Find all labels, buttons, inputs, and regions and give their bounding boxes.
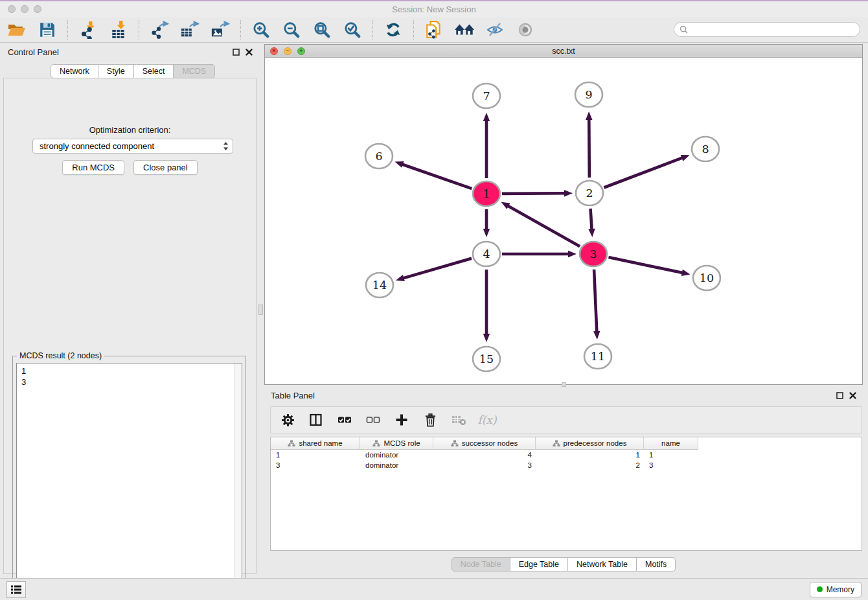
zoom-in-button[interactable] (251, 19, 271, 40)
cell-shared-name[interactable]: 1 (271, 451, 360, 459)
tab-style[interactable]: Style (98, 64, 134, 78)
table-tab-edge-table[interactable]: Edge Table (510, 557, 568, 571)
toolbar-separator (139, 20, 139, 40)
search-icon (680, 25, 688, 34)
deselect-all-button[interactable] (365, 412, 381, 428)
export-image-button[interactable] (210, 19, 231, 40)
open-session-button[interactable] (6, 19, 27, 40)
float-panel-icon[interactable] (233, 49, 240, 56)
float-table-panel-icon[interactable] (836, 392, 843, 399)
search-input[interactable] (691, 25, 854, 34)
memory-button[interactable]: Memory (810, 582, 862, 597)
cell-successor-nodes[interactable]: 4 (433, 451, 536, 459)
hide-eye-button[interactable] (485, 19, 505, 40)
tab-select[interactable]: Select (134, 64, 174, 78)
canvas-resize-grip[interactable] (562, 382, 566, 387)
close-panel-icon[interactable] (246, 49, 253, 56)
memory-status-dot (817, 586, 823, 592)
show-columns-button[interactable] (308, 412, 324, 428)
result-scrollbar[interactable] (234, 363, 242, 597)
close-table-panel-icon[interactable] (849, 392, 856, 399)
edge-4-14[interactable] (403, 259, 472, 279)
export-table-button[interactable] (179, 19, 200, 40)
cell-MCDS-role[interactable]: dominator (360, 461, 433, 469)
graph-node-label: 15 (479, 352, 494, 365)
table-row[interactable]: 3dominator323 (271, 460, 862, 470)
column-header-predecessor-nodes[interactable]: predecessor nodes (536, 437, 644, 450)
clone-network-button[interactable] (424, 19, 444, 40)
table-header-row: shared nameMCDS rolesuccessor nodesprede… (271, 437, 862, 450)
cell-MCDS-role[interactable]: dominator (360, 451, 433, 459)
cell-shared-name[interactable]: 3 (271, 461, 360, 469)
import-table-button[interactable] (108, 19, 129, 40)
network-window-title: scc.txt (265, 47, 862, 56)
edge-3-10[interactable] (608, 257, 683, 273)
refresh-button[interactable] (383, 19, 404, 40)
cell-predecessor-nodes[interactable]: 2 (536, 461, 644, 469)
table-tab-motifs[interactable]: Motifs (637, 557, 676, 571)
delete-table-icon (451, 414, 466, 426)
table-tab-network-table[interactable]: Network Table (568, 557, 637, 571)
control-panel-title: Control Panel (8, 47, 59, 57)
toolbar-separator (240, 20, 241, 40)
zoom-selected-button[interactable] (342, 19, 363, 40)
delete-column-button[interactable] (422, 412, 438, 428)
export-network-button[interactable] (149, 19, 170, 40)
hide-eye-icon (486, 21, 504, 38)
table-settings-gear-button[interactable] (280, 412, 295, 428)
select-all-button[interactable] (337, 412, 352, 428)
network-graph: 7968124314101511 (265, 58, 862, 384)
table-row[interactable]: 1dominator411 (271, 450, 862, 460)
edge-arrowhead (568, 251, 577, 257)
tab-mcds[interactable]: MCDS (174, 64, 215, 78)
edge-3-11[interactable] (594, 270, 597, 332)
zoom-out-icon (282, 21, 301, 39)
home-button[interactable] (454, 19, 475, 40)
cell-successor-nodes[interactable]: 3 (433, 461, 536, 469)
edge-1-6[interactable] (402, 164, 472, 189)
edge-3-1[interactable] (507, 205, 580, 246)
cell-predecessor-nodes[interactable]: 1 (536, 451, 644, 459)
network-zoom-button[interactable]: + (297, 47, 305, 55)
table-tab-node-table[interactable]: Node Table (451, 557, 510, 571)
zoom-out-button[interactable] (281, 19, 302, 40)
edge-1-2[interactable] (502, 193, 565, 194)
import-network-icon (79, 21, 97, 39)
export-image-icon (211, 21, 230, 39)
clone-network-icon (425, 20, 443, 40)
run-mcds-button[interactable]: Run MCDS (62, 160, 124, 175)
select-all-icon (337, 415, 352, 424)
task-history-button[interactable] (6, 581, 26, 598)
control-panel-header: Control Panel (0, 44, 260, 60)
save-session-button[interactable] (37, 19, 58, 40)
network-canvas[interactable]: 7968124314101511 (265, 58, 862, 384)
search-box[interactable] (674, 22, 860, 37)
network-minimize-button[interactable]: − (284, 47, 291, 55)
column-tree-icon (553, 440, 560, 447)
edge-2-3[interactable] (591, 209, 592, 230)
edge-arrowhead (681, 270, 691, 276)
toolbar-separator (372, 20, 373, 40)
zoom-fit-button[interactable] (312, 19, 332, 40)
column-header-name[interactable]: name (644, 437, 698, 450)
mcds-result-textarea[interactable]: 13 (16, 363, 242, 598)
refresh-icon (384, 21, 402, 39)
export-table-icon (180, 21, 200, 39)
cell-name[interactable]: 1 (644, 451, 698, 459)
edge-2-8[interactable] (604, 157, 683, 187)
criterion-dropdown[interactable]: strongly connected component (32, 139, 233, 154)
edge-arrowhead (396, 275, 405, 281)
cell-name[interactable]: 3 (644, 461, 698, 469)
import-network-button[interactable] (78, 19, 98, 40)
graph-node-label: 7 (483, 89, 490, 102)
column-header-shared-name[interactable]: shared name (271, 437, 360, 450)
add-column-button[interactable] (394, 412, 409, 428)
column-header-MCDS-role[interactable]: MCDS role (360, 437, 433, 450)
close-panel-button[interactable]: Close panel (133, 160, 198, 175)
tab-network[interactable]: Network (51, 64, 98, 78)
network-close-button[interactable]: × (270, 47, 278, 55)
graph-node-label: 2 (586, 187, 593, 200)
column-header-successor-nodes[interactable]: successor nodes (433, 437, 536, 450)
panel-splitter-handle[interactable] (258, 305, 263, 315)
edge-2-9[interactable] (589, 119, 589, 178)
